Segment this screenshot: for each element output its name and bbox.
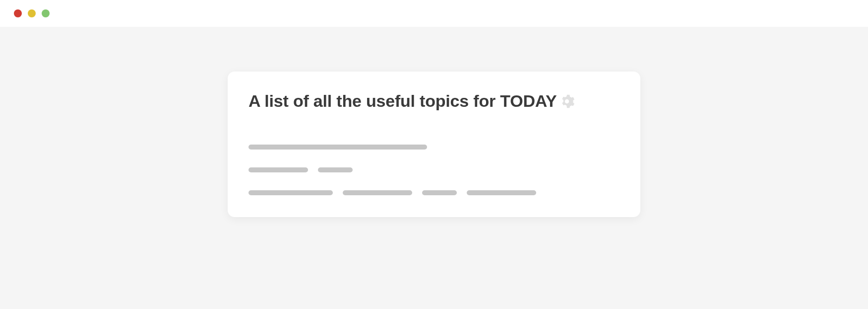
placeholder-segment [248, 145, 427, 150]
svg-point-0 [564, 99, 569, 103]
canvas-area: A list of all the useful topics for TODA… [0, 27, 868, 309]
placeholder-row-2 [248, 167, 620, 172]
gear-icon[interactable] [559, 93, 575, 109]
window: A list of all the useful topics for TODA… [0, 0, 868, 309]
placeholder-segment [248, 190, 333, 195]
placeholder-segment [318, 167, 353, 172]
titlebar [0, 0, 868, 27]
placeholder-row-3 [248, 190, 620, 195]
topics-card: A list of all the useful topics for TODA… [228, 72, 640, 217]
placeholder-segment [248, 167, 308, 172]
placeholder-segment [343, 190, 412, 195]
card-title: A list of all the useful topics for TODA… [248, 91, 557, 111]
placeholder-lines [248, 145, 620, 195]
placeholder-row-1 [248, 145, 620, 150]
window-minimize-button[interactable] [28, 9, 36, 17]
card-header: A list of all the useful topics for TODA… [248, 91, 620, 111]
placeholder-segment [422, 190, 457, 195]
window-close-button[interactable] [14, 9, 22, 17]
placeholder-segment [467, 190, 536, 195]
window-maximize-button[interactable] [42, 9, 50, 17]
